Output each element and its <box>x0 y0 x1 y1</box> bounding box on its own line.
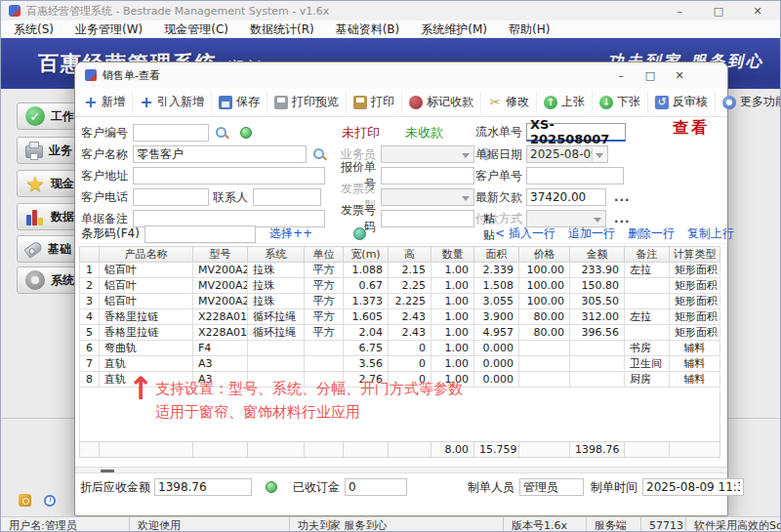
table-cell[interactable]: 循环拉绳 <box>248 309 305 325</box>
table-cell[interactable] <box>519 372 570 388</box>
table-cell[interactable]: 拉珠 <box>248 278 305 294</box>
menu-item[interactable]: 基础资料(B) <box>325 20 411 38</box>
table-cell[interactable]: 4 <box>80 309 100 325</box>
maker-input[interactable] <box>519 478 584 496</box>
table-cell[interactable]: 3.56 <box>344 356 389 372</box>
magnifier-icon[interactable] <box>215 126 228 140</box>
table-cell[interactable]: 0 <box>389 372 432 388</box>
table-cell[interactable]: 辅料 <box>670 372 720 388</box>
barcode-input[interactable] <box>144 225 256 243</box>
menu-item[interactable]: 现金管理(C) <box>153 20 239 38</box>
globe-icon[interactable] <box>353 227 366 240</box>
table-cell[interactable]: 辅料 <box>670 356 720 372</box>
table-cell[interactable]: 辅料 <box>670 341 720 356</box>
table-cell[interactable]: 3 <box>80 294 100 309</box>
contact-input[interactable] <box>253 188 321 206</box>
table-cell[interactable]: X228A01 <box>193 309 248 325</box>
table-row[interactable]: 8直轨A32.7601.000.000厨房辅料 <box>80 372 720 388</box>
invoice-type-select[interactable] <box>381 188 474 206</box>
table-row[interactable]: 7直轨A33.5601.000.000卫生间辅料 <box>80 356 720 372</box>
doc-date-field[interactable]: 2025-08-09 <box>526 145 608 163</box>
menu-item[interactable]: 数据统计(R) <box>239 20 325 38</box>
table-cell[interactable]: 2.43 <box>389 309 432 325</box>
table-cell[interactable]: 2.339 <box>474 263 519 278</box>
customer-addr-input[interactable] <box>133 167 325 184</box>
table-cell[interactable]: F4 <box>193 341 248 356</box>
pay-method-more-button[interactable]: ... <box>614 212 631 225</box>
table-cell[interactable] <box>625 325 670 341</box>
table-cell[interactable]: 0 <box>389 341 432 356</box>
table-cell[interactable]: 7 <box>80 356 100 372</box>
table-row[interactable]: 1铝百叶MV200A27拉珠平方1.0882.151.002.339100.00… <box>80 263 720 278</box>
table-cell[interactable]: 1.508 <box>474 278 519 294</box>
table-cell[interactable]: 矩形面积 <box>670 263 720 278</box>
table-cell[interactable]: 3.900 <box>474 309 519 325</box>
dialog-minimize-button[interactable]: – <box>610 66 632 84</box>
table-cell[interactable]: 2.43 <box>389 325 432 341</box>
calendar-dropdown-icon[interactable] <box>592 147 606 161</box>
table-cell[interactable] <box>248 341 305 356</box>
table-cell[interactable]: 2 <box>80 278 100 294</box>
table-cell[interactable]: 0.67 <box>344 278 389 294</box>
latest-debt-input[interactable] <box>526 188 606 206</box>
table-cell[interactable] <box>305 356 344 372</box>
table-cell[interactable]: 直轨 <box>100 356 193 372</box>
splitter-grip-icon[interactable] <box>101 470 114 472</box>
table-cell[interactable]: 书房 <box>625 341 670 356</box>
table-cell[interactable]: 0.000 <box>474 341 519 356</box>
toolbar-button[interactable]: ↺反审核 <box>648 92 716 113</box>
deposit-input[interactable] <box>345 478 407 496</box>
table-cell[interactable]: 香格里拉链 <box>100 309 193 325</box>
splitter[interactable] <box>75 467 727 473</box>
table-cell[interactable] <box>519 356 570 372</box>
table-cell[interactable]: 1.00 <box>432 278 474 294</box>
menu-item[interactable]: 系统维护(M) <box>410 20 498 38</box>
minimize-button[interactable]: – <box>667 3 692 19</box>
insert-row-link[interactable]: < 插入一行 <box>495 225 555 242</box>
table-cell[interactable] <box>305 372 344 388</box>
table-cell[interactable]: 100.00 <box>519 263 570 278</box>
table-cell[interactable]: 1.00 <box>432 263 474 278</box>
table-cell[interactable] <box>248 356 305 372</box>
menu-item[interactable]: 业务管理(W) <box>64 20 153 38</box>
table-cell[interactable]: A3 <box>193 356 248 372</box>
append-row-link[interactable]: 追加一行 <box>568 225 615 242</box>
table-cell[interactable] <box>570 356 625 372</box>
toolbar-button[interactable]: 打印预览 <box>267 92 347 113</box>
table-cell[interactable]: 2.04 <box>344 325 389 341</box>
toolbar-button[interactable]: +引入新增 <box>133 92 212 113</box>
table-cell[interactable] <box>305 341 344 356</box>
toolbar-button[interactable]: 保存 <box>212 92 267 113</box>
table-cell[interactable]: 3.055 <box>474 294 519 309</box>
table-cell[interactable]: X228A01 <box>193 325 248 341</box>
delete-row-link[interactable]: 删除一行 <box>628 225 675 242</box>
copy-row-link[interactable]: 复制上行 <box>687 225 734 242</box>
table-cell[interactable]: 6 <box>80 341 100 356</box>
table-cell[interactable]: 厨房 <box>625 372 670 388</box>
table-cell[interactable]: 左拉 <box>625 309 670 325</box>
table-cell[interactable]: 1.00 <box>432 325 474 341</box>
table-cell[interactable]: A3 <box>193 372 248 388</box>
toolbar-button[interactable]: ↓下张 <box>593 92 648 113</box>
toolbar-button[interactable]: ✂修改 <box>481 92 537 113</box>
table-cell[interactable]: 平方 <box>305 278 344 294</box>
table-cell[interactable]: 100.00 <box>519 278 570 294</box>
table-cell[interactable]: 铝百叶 <box>100 294 193 309</box>
menu-item[interactable]: 系统(S) <box>3 20 64 38</box>
table-cell[interactable]: 弯曲轨 <box>100 341 193 356</box>
table-cell[interactable]: 150.80 <box>570 278 625 294</box>
table-cell[interactable] <box>625 278 670 294</box>
key-icon[interactable] <box>19 494 31 507</box>
table-cell[interactable]: 8 <box>80 372 100 388</box>
table-cell[interactable]: 矩形面积 <box>670 294 720 309</box>
table-cell[interactable]: 2.15 <box>389 263 432 278</box>
table-cell[interactable]: 矩形面积 <box>670 309 720 325</box>
table-row[interactable]: 2铝百叶MV200A27拉珠平方0.672.251.001.508100.001… <box>80 278 720 294</box>
customer-order-no-input[interactable] <box>526 167 624 184</box>
table-cell[interactable] <box>248 372 305 388</box>
table-cell[interactable]: 平方 <box>305 294 344 309</box>
table-cell[interactable]: 80.00 <box>519 309 570 325</box>
table-cell[interactable]: 矩形面积 <box>670 278 720 294</box>
table-cell[interactable]: 1.00 <box>432 309 474 325</box>
close-button[interactable]: ✕ <box>745 3 770 19</box>
